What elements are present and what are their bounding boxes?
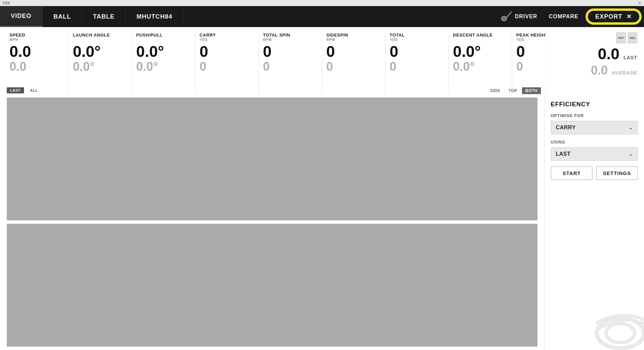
- all-view-button[interactable]: ALL: [27, 87, 41, 93]
- sidebar-buttons: START SETTINGS: [551, 166, 638, 180]
- stat-descent-angle: DESCENT ANGLE 0.0° 0.0°: [450, 32, 510, 73]
- stat-divider: [322, 32, 322, 94]
- last-value: 0.0: [598, 46, 619, 62]
- title-close-button[interactable]: ✕: [638, 1, 641, 5]
- main-content: [0, 94, 544, 350]
- export-button[interactable]: EXPORT ✕: [587, 9, 641, 24]
- driver-label: DRIVER: [515, 14, 537, 20]
- view-controls-left: LAST ALL: [7, 87, 41, 93]
- average-label: AVERAGE: [612, 70, 637, 75]
- stat-push-pull: PUSH/PULL 0.0° 0.0°: [134, 32, 194, 73]
- right-stats-panel: PDF IMG 0.0 LAST 0.0 AVERAGE: [546, 27, 644, 95]
- svg-line-1: [507, 12, 511, 17]
- stat-divider: [259, 32, 259, 94]
- stat-speed: SPEED MPH 0.0 0.0: [7, 32, 67, 73]
- export-close-icon[interactable]: ✕: [626, 13, 632, 20]
- stat-launch-angle: LAUNCH ANGLE 0.0° 0.0°: [70, 32, 130, 73]
- last-label: LAST: [623, 55, 637, 60]
- average-value: 0.0: [591, 64, 608, 76]
- using-label: USING: [551, 140, 638, 145]
- nav-bar: VIDEO BALL TABLE MHUTCH84 DRIVER COMPARE…: [0, 6, 644, 27]
- driver-nav-item[interactable]: DRIVER: [497, 10, 541, 23]
- stat-divider: [132, 32, 132, 94]
- stat-divider: [195, 32, 195, 94]
- stat-sidespin: SIDESPIN RPM 0 0: [324, 32, 384, 73]
- stat-total-spin: TOTAL SPIN RPM 0 0: [260, 32, 320, 73]
- right-sidebar: EFFICIENCY OPTIMISE FOR CARRY ⌄ USING LA…: [544, 94, 644, 350]
- tab-table[interactable]: TABLE: [82, 6, 126, 27]
- top-view-button[interactable]: TOP: [505, 87, 521, 94]
- efficiency-title: EFFICIENCY: [551, 101, 638, 108]
- svg-point-4: [606, 324, 635, 343]
- tab-mhutch84[interactable]: MHUTCH84: [126, 6, 184, 27]
- svg-point-2: [502, 17, 506, 20]
- tab-ball[interactable]: BALL: [43, 6, 82, 27]
- optimise-label: OPTIMISE FOR: [551, 113, 638, 118]
- stat-divider: [385, 32, 385, 94]
- using-value: LAST: [556, 151, 571, 157]
- using-dropdown[interactable]: LAST ⌄: [551, 147, 638, 161]
- app-name: FSX: [3, 1, 10, 5]
- optimise-dropdown[interactable]: CARRY ⌄: [551, 121, 638, 134]
- stat-carry: CARRY YDS 0 0: [197, 32, 257, 73]
- pdf-icon[interactable]: PDF: [616, 32, 626, 43]
- settings-button[interactable]: SETTINGS: [596, 166, 638, 180]
- nav-right-area: DRIVER COMPARE EXPORT ✕: [497, 6, 644, 27]
- golf-club-icon: [501, 10, 513, 23]
- last-view-button[interactable]: LAST: [7, 87, 24, 93]
- img-icon[interactable]: IMG: [628, 32, 637, 43]
- using-dropdown-arrow: ⌄: [629, 151, 633, 157]
- stat-divider: [449, 32, 449, 94]
- title-bar: FSX ✕: [0, 0, 644, 6]
- view-controls-right: SIDE TOP BOTH: [487, 87, 541, 94]
- optimise-value: CARRY: [556, 125, 576, 131]
- stat-divider: [512, 32, 512, 94]
- export-icons: PDF IMG: [616, 32, 637, 43]
- compare-button[interactable]: COMPARE: [543, 14, 584, 20]
- start-button[interactable]: START: [551, 166, 593, 180]
- brand-watermark: [576, 296, 644, 350]
- both-view-button[interactable]: BOTH: [522, 87, 541, 94]
- stat-total: TOTAL YDS 0 0: [387, 32, 447, 73]
- top-video-panel: [7, 97, 538, 220]
- stat-divider: [68, 32, 69, 94]
- side-view-button[interactable]: SIDE: [487, 87, 504, 94]
- optimise-dropdown-arrow: ⌄: [629, 125, 633, 130]
- tab-video[interactable]: VIDEO: [0, 6, 43, 27]
- bottom-video-panel: [7, 224, 538, 347]
